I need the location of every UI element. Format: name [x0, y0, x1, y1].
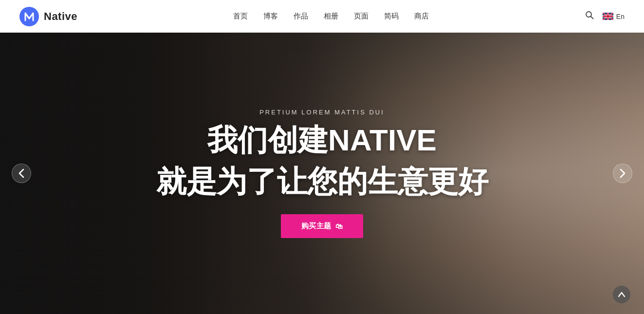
logo-icon [19, 7, 39, 26]
hero-section: PRETIUM LOREM MATTIS DUI 我们创建NATIVE 就是为了… [0, 33, 644, 314]
scroll-to-top-button[interactable] [613, 286, 630, 303]
cta-button[interactable]: 购买主题 🛍 [281, 214, 364, 238]
svg-line-2 [590, 17, 593, 19]
nav-item-album[interactable]: 相册 [324, 12, 338, 21]
logo-text: Native [44, 10, 77, 23]
hero-content: PRETIUM LOREM MATTIS DUI 我们创建NATIVE 就是为了… [156, 109, 488, 239]
nav-item-works[interactable]: 作品 [294, 12, 308, 21]
lang-label: En [616, 13, 625, 20]
cta-label: 购买主题 [301, 222, 331, 231]
nav-item-shortcodes[interactable]: 简码 [384, 12, 399, 21]
nav-item-shop[interactable]: 商店 [414, 12, 429, 21]
site-header: Native 首页 博客 作品 相册 页面 简码 商店 En [0, 0, 644, 33]
nav-item-blog[interactable]: 博客 [263, 12, 278, 21]
main-nav: 首页 博客 作品 相册 页面 简码 商店 [233, 12, 429, 21]
flag-uk-icon [603, 13, 613, 20]
svg-point-0 [19, 7, 39, 26]
logo[interactable]: Native [19, 7, 77, 26]
nav-item-pages[interactable]: 页面 [354, 12, 368, 21]
hero-next-arrow[interactable] [613, 164, 632, 183]
hero-title-line1: 我们创建NATIVE [207, 123, 437, 157]
nav-item-home[interactable]: 首页 [233, 12, 248, 21]
hero-prev-arrow[interactable] [12, 164, 31, 183]
header-right: En [585, 11, 625, 22]
search-icon[interactable] [585, 11, 594, 22]
language-switcher[interactable]: En [603, 13, 625, 20]
hero-title-line2: 就是为了让您的生意更好 [156, 164, 488, 199]
hero-subtitle: PRETIUM LOREM MATTIS DUI [259, 109, 385, 116]
shop-icon: 🛍 [335, 222, 343, 230]
